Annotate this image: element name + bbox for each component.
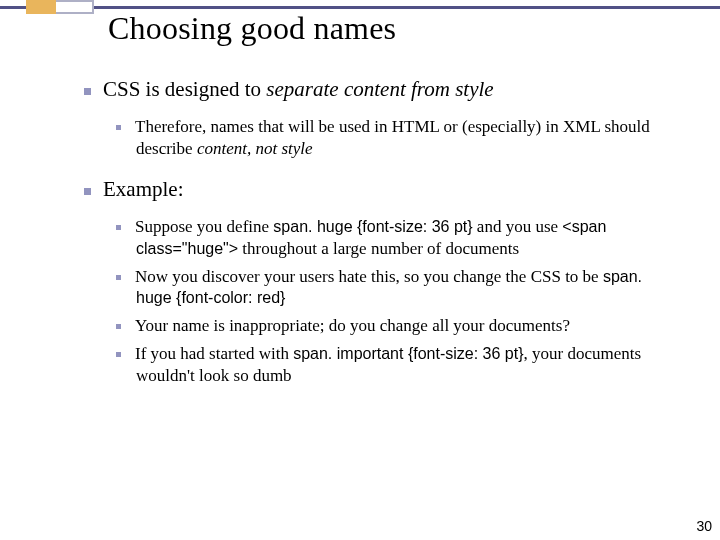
text: If you had started with	[135, 344, 293, 363]
square-bullet-icon	[116, 324, 121, 329]
text: CSS is designed to	[103, 77, 266, 101]
bullet-level2: Therefore, names that will be used in HT…	[60, 116, 668, 160]
bullet-level1: CSS is designed to separate content from…	[60, 76, 668, 102]
slide-number: 30	[696, 518, 712, 534]
slide-title: Choosing good names	[108, 10, 396, 47]
square-bullet-icon	[116, 275, 121, 280]
slide-header: Choosing good names	[0, 0, 720, 58]
bullet-level1: Example:	[60, 176, 668, 202]
text: Suppose you define	[135, 217, 273, 236]
text: and you use	[473, 217, 563, 236]
bullet-level2: If you had started with span. important …	[60, 343, 668, 387]
title-ornament-icon	[26, 0, 94, 14]
text: throughout a large number of documents	[238, 239, 519, 258]
square-bullet-icon	[84, 188, 91, 195]
square-bullet-icon	[116, 352, 121, 357]
text-italic: separate content from style	[266, 77, 493, 101]
code-text: span. important {font-size: 36 pt}	[293, 345, 523, 362]
title-rule	[0, 6, 720, 9]
bullet-level2: Your name is inappropriate; do you chang…	[60, 315, 668, 337]
bullet-level2: Suppose you define span. huge {font-size…	[60, 216, 668, 260]
text: Example:	[103, 177, 183, 201]
code-text: span. huge {font-size: 36 pt}	[273, 218, 472, 235]
slide-body: CSS is designed to separate content from…	[0, 76, 720, 392]
square-bullet-icon	[84, 88, 91, 95]
square-bullet-icon	[116, 225, 121, 230]
text-italic: content, not style	[197, 139, 313, 158]
text: Now you discover your users hate this, s…	[135, 267, 603, 286]
text: Your name is inappropriate; do you chang…	[135, 316, 570, 335]
bullet-level2: Now you discover your users hate this, s…	[60, 266, 668, 310]
square-bullet-icon	[116, 125, 121, 130]
